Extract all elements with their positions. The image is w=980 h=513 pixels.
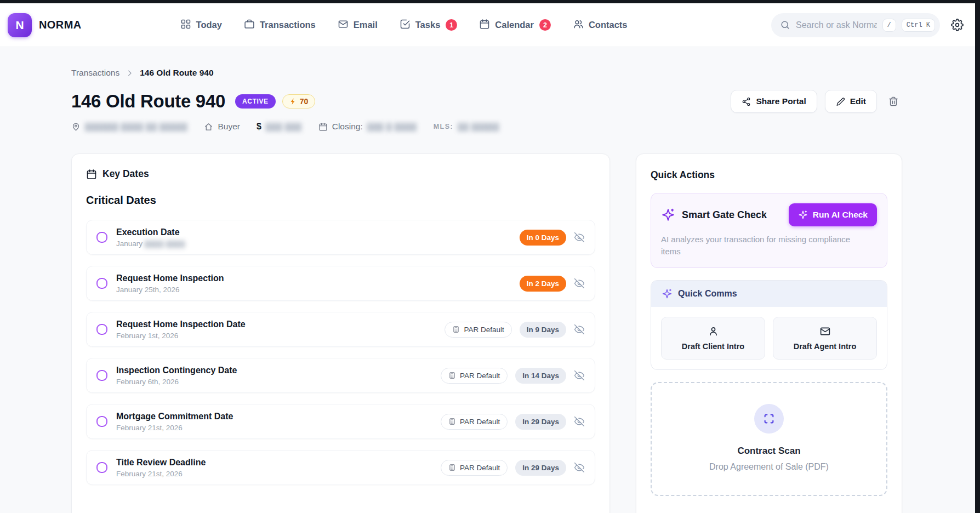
nav-label-today: Today [196,20,222,30]
critical-dates-heading: Critical Dates [86,194,595,207]
chevron-right-icon [126,69,134,77]
critical-dates-list: Execution Date January ████ ████ In 0 Da… [86,220,595,485]
search-icon [780,20,790,30]
breadcrumb-current: 146 Old Route 940 [140,68,213,78]
key-date-row[interactable]: Title Review Deadline February 21st, 202… [86,450,595,485]
key-date-row[interactable]: Execution Date January ████ ████ In 0 Da… [86,220,595,255]
nav-item-tasks[interactable]: Tasks 1 [400,19,458,32]
nav-badge: 2 [539,19,551,31]
briefcase-icon [244,19,255,30]
date-value: January 25th, 2026 [116,286,224,294]
key-date-row[interactable]: Request Home Inspection Date February 1s… [86,312,595,347]
price-redacted: ███ ███ [266,123,302,131]
home-icon [204,122,213,132]
window-right-edge [975,0,980,513]
delete-button[interactable] [885,93,902,110]
key-date-row[interactable]: Request Home Inspection January 25th, 20… [86,266,595,301]
share-portal-button[interactable]: Share Portal [731,90,817,113]
contract-scan-subtitle: Drop Agreement of Sale (PDF) [663,462,875,472]
hide-date-button[interactable] [574,278,585,289]
date-value: February 21st, 2026 [116,470,206,478]
nav-item-today[interactable]: Today [180,19,222,32]
gear-icon [951,19,964,31]
days-remaining-badge: In 29 Days [515,460,566,476]
hide-date-button[interactable] [574,462,585,473]
days-remaining-badge: In 0 Days [520,230,566,246]
calculator-icon [452,326,460,333]
hide-date-button[interactable] [574,370,585,381]
eye-off-icon [574,278,585,289]
smart-gate-check-panel: Smart Gate Check Run AI Check AI analyze… [651,193,887,268]
date-checkbox[interactable] [96,462,107,473]
contract-scan-dropzone[interactable]: Contract Scan Drop Agreement of Sale (PD… [651,382,887,496]
calculator-icon [448,418,456,425]
check-square-icon [400,19,411,30]
nav-item-calendar[interactable]: Calendar 2 [479,19,551,32]
scan-icon-circle [754,404,784,434]
draft-client-intro-button[interactable]: Draft Client Intro [661,317,765,360]
date-title: Request Home Inspection Date [116,320,246,329]
hide-date-button[interactable] [574,232,585,243]
date-title: Inspection Contingency Date [116,366,237,375]
date-title: Execution Date [116,227,185,237]
eye-off-icon [574,462,585,473]
key-date-row[interactable]: Mortgage Commitment Date February 21st, … [86,404,595,439]
date-checkbox[interactable] [96,278,107,289]
draft-agent-intro-button[interactable]: Draft Agent Intro [773,317,877,360]
shortcut-slash-key: / [882,19,896,32]
search-bar[interactable]: / Ctrl K [771,13,940,37]
sparkles-icon [661,208,675,222]
mail-icon [338,19,349,30]
calendar-icon [318,122,328,132]
hide-date-button[interactable] [574,416,585,427]
lightning-icon [289,98,297,105]
edit-button[interactable]: Edit [825,90,877,113]
map-pin-icon [71,122,81,132]
nav-label-contacts: Contacts [589,20,628,30]
app-header: N NORMA Today Transactions Email Tasks 1… [0,3,980,47]
nav-item-email[interactable]: Email [338,19,378,32]
nav-item-transactions[interactable]: Transactions [244,19,316,32]
date-checkbox[interactable] [96,416,107,427]
date-checkbox[interactable] [96,232,107,243]
date-checkbox[interactable] [96,324,107,335]
currency-symbol: $ [257,122,261,132]
hide-date-button[interactable] [574,324,585,335]
run-ai-check-button[interactable]: Run AI Check [789,203,877,226]
smart-gate-check-description: AI analyzes your transaction for missing… [661,233,856,258]
status-badge: ACTIVE [235,94,276,109]
key-dates-header: Key Dates [86,168,595,180]
quick-actions-heading: Quick Actions [651,169,887,181]
nav-label-tasks: Tasks [415,20,441,30]
title-row: 146 Old Route 940 ACTIVE 70 Share Portal… [71,90,902,113]
key-date-row[interactable]: Inspection Contingency Date February 6th… [86,358,595,393]
mls-redacted: ██ █████ [458,123,499,131]
transaction-type-meta: Buyer [204,122,240,132]
location-meta: ██████ ████ ██ █████ [71,122,187,132]
search-input[interactable] [796,20,877,30]
key-dates-card: Key Dates Critical Dates Execution Date … [71,153,610,513]
date-checkbox[interactable] [96,370,107,381]
par-default-badge: PAR Default [441,414,508,430]
share-icon [742,97,751,106]
nav-label-transactions: Transactions [260,20,316,30]
calculator-icon [448,464,456,471]
closing-redacted: ███ █ ████ [367,123,417,131]
brand-logo[interactable]: N [8,13,32,37]
closing-label: Closing: [332,122,363,132]
breadcrumb-transactions-link[interactable]: Transactions [71,68,119,78]
days-remaining-badge: In 2 Days [520,276,566,292]
date-title: Title Review Deadline [116,458,206,468]
settings-button[interactable] [951,19,964,31]
eye-off-icon [574,416,585,427]
date-value: February 1st, 2026 [116,332,246,340]
main-nav: Today Transactions Email Tasks 1 Calenda… [180,19,628,32]
score-badge: 70 [282,94,316,109]
smart-gate-check-title: Smart Gate Check [682,209,767,221]
nav-item-contacts[interactable]: Contacts [573,19,628,32]
person-icon [708,326,719,337]
sparkles-icon [798,210,808,220]
mail-icon [819,326,831,337]
date-title: Request Home Inspection [116,273,224,283]
mls-meta: MLS: ██ █████ [434,123,500,131]
